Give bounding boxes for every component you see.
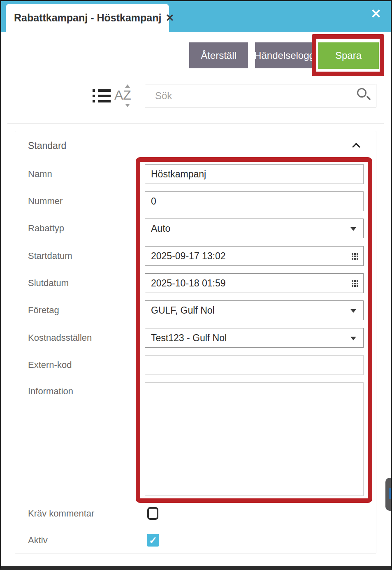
aktiv-label: Aktiv: [28, 534, 133, 547]
rabattyp-select[interactable]: Auto: [145, 219, 364, 238]
search-input[interactable]: [145, 84, 376, 107]
aktiv-checkbox[interactable]: ✓: [147, 534, 159, 547]
foretag-label: Företag: [28, 300, 133, 320]
sort-up-arrow-icon: [125, 84, 130, 88]
information-textarea[interactable]: [145, 382, 364, 496]
kostnadsstallen-value: Test123 - Gulf Nol: [151, 333, 227, 344]
sort-az-label: AZ: [114, 88, 131, 102]
checkmark-icon: ✓: [149, 535, 157, 546]
kostnadsstallen-label: Kostnadsställen: [28, 328, 133, 348]
information-label: Information: [28, 385, 133, 398]
dropdown-caret-icon: [350, 337, 356, 340]
krav-kommentar-checkbox[interactable]: [147, 507, 158, 520]
window-header: Rabattkampanj - Höstkampanj ✕ ✕: [0, 0, 392, 32]
list-bar: [98, 89, 111, 92]
externkod-input[interactable]: [145, 355, 364, 375]
event-log-button[interactable]: Händelselogg: [255, 42, 314, 68]
krav-kommentar-label: Kräv kommentar: [28, 507, 133, 520]
section-title: Standard: [28, 140, 66, 151]
namn-input[interactable]: [145, 164, 364, 184]
list-row: [93, 95, 111, 97]
tab-rabattkampanj[interactable]: Rabattkampanj - Höstkampanj ✕: [6, 4, 169, 32]
list-row: [93, 100, 111, 102]
kostnadsstallen-select[interactable]: Test123 - Gulf Nol: [145, 328, 364, 348]
app-window: Rabattkampanj - Höstkampanj ✕ ✕ Återstäl…: [0, 0, 392, 570]
slutdatum-value: 2025-10-18 01:59: [151, 278, 226, 289]
calendar-grid-icon[interactable]: [352, 280, 353, 282]
list-bar: [98, 95, 111, 97]
list-view-icon[interactable]: [93, 89, 111, 102]
slutdatum-label: Slutdatum: [28, 273, 133, 293]
foretag-select[interactable]: GULF, Gulf Nol: [145, 300, 364, 320]
save-button[interactable]: Spara: [318, 42, 379, 69]
startdatum-input[interactable]: 2025-09-17 13:02: [145, 246, 364, 266]
nummer-label: Nummer: [28, 191, 133, 211]
feedback-side-widget[interactable]: [385, 478, 392, 511]
namn-label: Namn: [28, 164, 133, 184]
rabattyp-label: Rabattyp: [28, 219, 133, 238]
nummer-input[interactable]: [145, 191, 364, 211]
foretag-value: GULF, Gulf Nol: [151, 305, 215, 316]
startdatum-label: Startdatum: [28, 246, 133, 266]
feedback-widget-icon: [389, 488, 392, 499]
calendar-grid-icon[interactable]: [352, 253, 353, 255]
dropdown-caret-icon: [350, 309, 356, 313]
section-divider: [7, 123, 384, 124]
rabattyp-value: Auto: [151, 223, 170, 234]
list-bullet: [93, 95, 95, 97]
sort-down-arrow-icon: [125, 104, 130, 107]
reset-button[interactable]: Återställ: [189, 42, 248, 68]
tab-close-icon[interactable]: ✕: [165, 13, 174, 23]
list-bullet: [93, 89, 95, 92]
list-bar: [98, 100, 111, 102]
dropdown-caret-icon: [350, 227, 356, 231]
slutdatum-input[interactable]: 2025-10-18 01:59: [145, 273, 364, 293]
tab-title: Rabattkampanj - Höstkampanj: [14, 12, 161, 24]
list-bullet: [93, 100, 95, 102]
externkod-label: Extern-kod: [28, 355, 133, 375]
startdatum-value: 2025-09-17 13:02: [151, 251, 226, 262]
sort-az-icon[interactable]: AZ: [114, 85, 137, 108]
close-icon[interactable]: ✕: [371, 7, 381, 20]
list-row: [93, 89, 111, 92]
